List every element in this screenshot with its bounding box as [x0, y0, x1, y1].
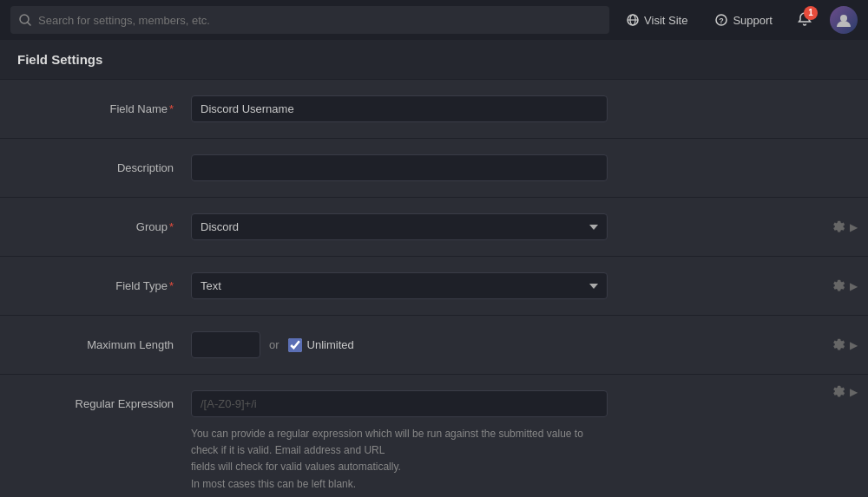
- search-input[interactable]: [38, 14, 601, 27]
- regex-control: You can provide a regular expression whi…: [191, 390, 608, 493]
- svg-point-7: [840, 15, 847, 22]
- field-type-select[interactable]: Text: [191, 272, 608, 299]
- avatar[interactable]: [830, 6, 858, 34]
- visit-site-label: Visit Site: [644, 14, 687, 27]
- support-button[interactable]: ? Support: [708, 10, 779, 30]
- group-action-arrow: ▶: [850, 221, 858, 233]
- field-type-row: Field Type* Text ▶: [0, 257, 868, 316]
- regex-action-arrow: ▶: [850, 386, 858, 398]
- search-bar: [10, 6, 609, 34]
- max-length-row: Maximum Length or Unlimited ▶: [0, 316, 868, 375]
- field-type-action-arrow: ▶: [850, 280, 858, 292]
- field-name-required: *: [169, 102, 174, 115]
- regex-hint-line2: fields will check for valid values autom…: [191, 459, 608, 475]
- description-label: Description: [17, 154, 191, 174]
- unlimited-checkbox-wrap[interactable]: Unlimited: [288, 338, 354, 352]
- max-length-control: or Unlimited: [191, 331, 608, 358]
- visit-site-button[interactable]: Visit Site: [620, 10, 694, 30]
- gear-icon-2: [831, 278, 846, 294]
- field-type-control: Text: [191, 272, 608, 299]
- support-label: Support: [733, 14, 773, 27]
- max-length-input[interactable]: [191, 331, 260, 358]
- field-type-required: *: [169, 279, 174, 292]
- regex-hint-line3: In most cases this can be left blank.: [191, 476, 608, 493]
- search-icon: [19, 14, 31, 26]
- main-content: Field Settings Field Name* Description G…: [0, 40, 868, 497]
- field-name-control: [191, 95, 608, 122]
- field-type-label: Field Type*: [17, 272, 191, 292]
- field-settings-title: Field Settings: [17, 52, 102, 67]
- regex-hint: You can provide a regular expression whi…: [191, 426, 608, 493]
- globe-icon: [627, 14, 639, 26]
- group-row-action[interactable]: ▶: [831, 219, 858, 235]
- field-name-input[interactable]: [191, 95, 608, 122]
- regex-row-action[interactable]: ▶: [831, 384, 858, 400]
- group-row: Group* Discord ▶: [0, 198, 868, 257]
- group-required: *: [169, 220, 174, 233]
- gear-icon-3: [831, 337, 846, 353]
- description-input[interactable]: [191, 154, 608, 181]
- group-label: Group*: [17, 213, 191, 233]
- max-length-wrap: or Unlimited: [191, 331, 608, 358]
- field-type-row-action[interactable]: ▶: [831, 278, 858, 294]
- unlimited-label: Unlimited: [307, 338, 354, 351]
- gear-icon-4: [831, 384, 846, 400]
- max-length-row-action[interactable]: ▶: [831, 337, 858, 353]
- svg-text:?: ?: [720, 16, 725, 25]
- gear-icon: [831, 219, 846, 235]
- field-name-row: Field Name*: [0, 80, 868, 139]
- regex-row: Regular Expression You can provide a reg…: [0, 375, 868, 497]
- regex-label: Regular Expression: [17, 390, 191, 410]
- regex-input[interactable]: [191, 390, 608, 417]
- field-settings-section: Field Settings Field Name* Description G…: [0, 40, 868, 497]
- nav-actions: Visit Site ? Support 1: [620, 6, 858, 34]
- field-name-label: Field Name*: [17, 95, 191, 115]
- max-length-label: Maximum Length: [17, 331, 191, 351]
- top-nav: Visit Site ? Support 1: [0, 0, 868, 40]
- regex-hint-line1: You can provide a regular expression whi…: [191, 426, 608, 459]
- description-control: [191, 154, 608, 181]
- group-select[interactable]: Discord: [191, 213, 608, 240]
- svg-line-1: [28, 23, 30, 25]
- unlimited-checkbox[interactable]: [288, 338, 302, 352]
- notification-button[interactable]: 1: [793, 8, 816, 33]
- description-row: Description: [0, 139, 868, 198]
- max-length-action-arrow: ▶: [850, 339, 858, 351]
- avatar-image: [830, 6, 858, 34]
- question-icon: ?: [715, 14, 727, 26]
- or-text: or: [269, 338, 279, 351]
- field-settings-header: Field Settings: [0, 40, 868, 80]
- notification-badge: 1: [804, 6, 818, 20]
- group-control: Discord: [191, 213, 608, 240]
